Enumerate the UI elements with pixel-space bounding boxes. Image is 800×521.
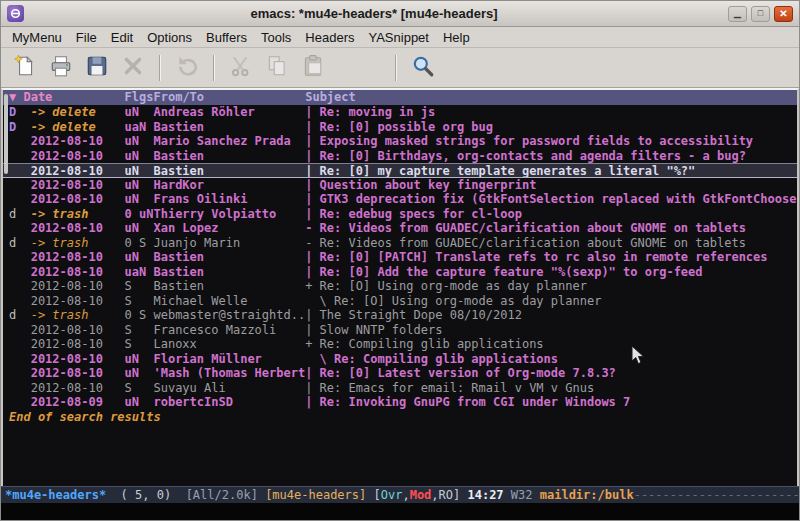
message-mark [9,279,31,294]
modeline-segment: Mod [410,488,432,502]
message-mark [9,221,31,236]
message-date: 2012-08-10 [31,279,125,294]
message-date: 2012-08-10 [31,265,125,280]
message-subject: + Re: Compiling glib applications [305,337,797,352]
emacs-window: emacs: *mu4e-headers* [mu4e-headers] ▁□✕… [0,0,800,521]
column-header-line[interactable]: ▼ Date Flgs From/To Subject [3,90,797,105]
message-row[interactable]: 2012-08-10 uN 'Mash (Thomas Herbert) | R… [3,366,797,381]
menu-help[interactable]: Help [436,28,477,47]
modeline-segment: [mu4e-headers] [265,488,373,502]
message-from: 'Mash (Thomas Herbert) [153,366,305,381]
search-button[interactable] [407,52,439,84]
message-from: Bastien [153,149,305,164]
message-subject: | Re: [0] [PATCH] Translate refs to rc a… [305,250,797,265]
new-file-button[interactable] [9,52,41,84]
message-row[interactable]: 2012-08-10 uN Florian Müllner \ Re: Comp… [3,352,797,367]
message-flags: uN [125,352,154,367]
message-flags: 0 uN [125,207,154,222]
title-bar[interactable]: emacs: *mu4e-headers* [mu4e-headers] ▁□✕ [1,1,799,27]
menu-yasnippet[interactable]: YASnippet [361,28,435,47]
message-row[interactable]: 2012-08-10 uN Xan Lopez - Re: Videos fro… [3,221,797,236]
message-from: Mario Sanchez Prada [153,134,305,149]
message-row[interactable]: 2012-08-09 uN robertcInSD | Re: Invoking… [3,395,797,410]
print-icon [49,54,73,81]
message-row[interactable]: 2012-08-10 S Lanoxx + Re: Compiling glib… [3,337,797,352]
message-flags: S [125,279,154,294]
message-from: robertcInSD [153,395,305,410]
modeline: *mu4e-headers* ( 5, 0) [All/2.0k] [mu4e-… [1,486,799,503]
message-row[interactable]: 2012-08-10 uaN Bastien | Re: [0] Add the… [3,265,797,280]
close-buffer-button [117,52,149,84]
menu-file[interactable]: File [69,28,104,47]
message-mark: D [9,105,31,120]
menu-headers[interactable]: Headers [298,28,361,47]
maximize-button[interactable]: □ [751,6,770,22]
paste-button [297,52,329,84]
message-flags: uN [125,395,154,410]
modeline-segment: *mu4e-headers* [5,488,106,502]
message-row[interactable]: 2012-08-10 uN Bastien | Re: [0] my captu… [3,163,797,178]
message-date: 2012-08-10 [31,366,125,381]
message-subject: | Re: moving in js [305,105,797,120]
scrollbar-thumb[interactable] [4,94,8,174]
undo-button [171,52,203,84]
save-icon [85,54,109,81]
message-flags: S [125,381,154,396]
message-row[interactable]: D -> delete uaN Bastien | Re: [0] possib… [3,120,797,135]
message-row[interactable]: 2012-08-10 uN Frans Oilinki | GTK3 depre… [3,192,797,207]
message-row[interactable]: 2012-08-10 uN Mario Sanchez Prada | Expo… [3,134,797,149]
menu-buffers[interactable]: Buffers [199,28,254,47]
message-row[interactable]: 2012-08-10 S Francesco Mazzoli | Slow NN… [3,323,797,338]
message-row[interactable]: 2012-08-10 S Suvayu Ali | Re: Emacs for … [3,381,797,396]
message-from: Frans Oilinki [153,192,305,207]
message-mark: d [9,308,31,323]
toolbar [1,48,799,88]
message-date: 2012-08-10 [31,134,125,149]
message-flags: S [125,323,154,338]
minimize-icon: ▁ [734,9,741,18]
message-flags: 0 S [125,308,154,323]
menu-edit[interactable]: Edit [104,28,140,47]
message-date: 2012-08-10 [31,381,125,396]
column-header-from[interactable]: From/To [153,90,305,105]
minimize-button[interactable]: ▁ [728,6,747,22]
message-row[interactable]: d -> trash 0 uN Thierry Volpiatto | Re: … [3,207,797,222]
message-row[interactable]: d -> trash 0 S Juanjo Marin - Re: Videos… [3,236,797,251]
menu-mymenu[interactable]: MyMenu [5,28,69,47]
message-row[interactable]: 2012-08-10 uN HardKor | Question about k… [3,178,797,193]
message-from: Lanoxx [153,337,305,352]
modeline-segment: maildir:/bulk [540,488,634,502]
message-mark: D [9,120,31,135]
message-row[interactable]: d -> trash 0 S webmaster@straightd... | … [3,308,797,323]
message-date: 2012-08-10 [31,192,125,207]
menu-tools[interactable]: Tools [254,28,298,47]
message-from: Bastien [153,120,305,135]
message-date: 2012-08-10 [31,149,125,164]
message-date: -> trash [31,236,125,251]
message-from: Michael Welle [153,294,305,309]
message-date: -> delete [31,105,125,120]
message-date: 2012-08-09 [31,395,125,410]
message-row[interactable]: 2012-08-10 uN Bastien | Re: [0] [PATCH] … [3,250,797,265]
echo-area[interactable] [1,503,799,520]
end-of-results-text: End of search results [3,410,797,425]
message-row[interactable]: D -> delete uN Andreas Röhler | Re: movi… [3,105,797,120]
headers-buffer[interactable]: ▼ Date Flgs From/To Subject D -> delete … [1,88,799,486]
message-row[interactable]: 2012-08-10 S Bastien + Re: [O] Using org… [3,279,797,294]
message-date: 2012-08-10 [31,294,125,309]
save-button[interactable] [81,52,113,84]
message-subject: | The Straight Dope 08/10/2012 [305,308,797,323]
column-header-date[interactable]: ▼ Date [9,90,125,105]
column-header-flags[interactable]: Flgs [125,90,154,105]
print-button[interactable] [45,52,77,84]
message-row[interactable]: 2012-08-10 uN Bastien | Re: [0] Birthday… [3,149,797,164]
message-row[interactable]: 2012-08-10 S Michael Welle \ Re: [O] Usi… [3,294,797,309]
search-icon [411,54,435,81]
menu-options[interactable]: Options [140,28,199,47]
message-subject: - Re: Videos from GUADEC/clarification a… [305,236,797,251]
message-from: HardKor [153,178,305,193]
close-button[interactable]: ✕ [774,6,793,22]
modeline-segment: 14:27 [467,488,510,502]
column-header-subject[interactable]: Subject [305,90,797,105]
message-subject: | Re: Emacs for email: Rmail v VM v Gnus [305,381,797,396]
